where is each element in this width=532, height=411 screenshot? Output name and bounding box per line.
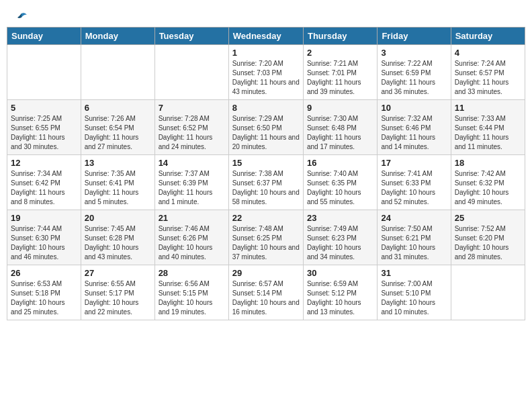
day-info: Sunrise: 7:32 AM Sunset: 6:46 PM Dayligh… — [381, 114, 447, 152]
calendar-day-cell: 10Sunrise: 7:32 AM Sunset: 6:46 PM Dayli… — [378, 100, 451, 155]
day-number: 10 — [381, 103, 447, 113]
calendar-day-cell: 20Sunrise: 7:45 AM Sunset: 6:28 PM Dayli… — [81, 210, 154, 265]
weekday-header-wednesday: Wednesday — [228, 28, 303, 45]
day-info: Sunrise: 7:41 AM Sunset: 6:33 PM Dayligh… — [381, 169, 447, 207]
day-info: Sunrise: 7:50 AM Sunset: 6:21 PM Dayligh… — [381, 224, 447, 262]
day-number: 9 — [307, 103, 373, 113]
calendar-day-cell: 29Sunrise: 6:57 AM Sunset: 5:14 PM Dayli… — [228, 265, 303, 320]
page-header — [7, 7, 525, 23]
calendar-day-cell: 12Sunrise: 7:34 AM Sunset: 6:42 PM Dayli… — [7, 155, 81, 210]
day-number: 14 — [159, 158, 225, 168]
weekday-header-thursday: Thursday — [303, 28, 377, 45]
day-number: 5 — [11, 103, 77, 113]
day-info: Sunrise: 7:38 AM Sunset: 6:37 PM Dayligh… — [232, 169, 300, 207]
day-number: 17 — [381, 158, 447, 168]
day-number: 8 — [232, 103, 300, 113]
weekday-header-tuesday: Tuesday — [154, 28, 228, 45]
calendar-day-cell: 5Sunrise: 7:25 AM Sunset: 6:55 PM Daylig… — [7, 100, 81, 155]
day-number: 27 — [85, 268, 151, 278]
calendar-day-cell: 16Sunrise: 7:40 AM Sunset: 6:35 PM Dayli… — [303, 155, 377, 210]
day-number: 6 — [85, 103, 151, 113]
day-info: Sunrise: 7:44 AM Sunset: 6:30 PM Dayligh… — [11, 224, 77, 262]
calendar-empty-cell — [154, 45, 228, 100]
calendar-week-row: 26Sunrise: 6:53 AM Sunset: 5:18 PM Dayli… — [7, 265, 525, 320]
day-number: 16 — [307, 158, 373, 168]
day-number: 1 — [232, 48, 300, 58]
day-info: Sunrise: 7:28 AM Sunset: 6:52 PM Dayligh… — [159, 114, 225, 152]
day-info: Sunrise: 7:52 AM Sunset: 6:20 PM Dayligh… — [455, 224, 521, 262]
calendar-table: SundayMondayTuesdayWednesdayThursdayFrid… — [7, 27, 525, 320]
day-info: Sunrise: 7:26 AM Sunset: 6:54 PM Dayligh… — [85, 114, 151, 152]
calendar-empty-cell — [81, 45, 154, 100]
weekday-header-friday: Friday — [378, 28, 451, 45]
calendar-day-cell: 13Sunrise: 7:35 AM Sunset: 6:41 PM Dayli… — [81, 155, 154, 210]
calendar-empty-cell — [451, 265, 525, 320]
day-number: 23 — [307, 213, 373, 223]
day-info: Sunrise: 7:48 AM Sunset: 6:25 PM Dayligh… — [232, 224, 300, 262]
day-info: Sunrise: 7:34 AM Sunset: 6:42 PM Dayligh… — [11, 169, 77, 207]
day-number: 19 — [11, 213, 77, 223]
calendar-day-cell: 25Sunrise: 7:52 AM Sunset: 6:20 PM Dayli… — [451, 210, 525, 265]
day-number: 26 — [11, 268, 77, 278]
day-info: Sunrise: 7:35 AM Sunset: 6:41 PM Dayligh… — [85, 169, 151, 207]
day-number: 7 — [159, 103, 225, 113]
calendar-day-cell: 28Sunrise: 6:56 AM Sunset: 5:15 PM Dayli… — [154, 265, 228, 320]
calendar-day-cell: 9Sunrise: 7:30 AM Sunset: 6:48 PM Daylig… — [303, 100, 377, 155]
logo-bird-icon — [15, 12, 28, 23]
day-info: Sunrise: 7:30 AM Sunset: 6:48 PM Dayligh… — [307, 114, 373, 152]
day-info: Sunrise: 7:37 AM Sunset: 6:39 PM Dayligh… — [159, 169, 225, 207]
day-number: 22 — [232, 213, 300, 223]
calendar-day-cell: 2Sunrise: 7:21 AM Sunset: 7:01 PM Daylig… — [303, 45, 377, 100]
calendar-day-cell: 11Sunrise: 7:33 AM Sunset: 6:44 PM Dayli… — [451, 100, 525, 155]
calendar-day-cell: 18Sunrise: 7:42 AM Sunset: 6:32 PM Dayli… — [451, 155, 525, 210]
day-info: Sunrise: 6:57 AM Sunset: 5:14 PM Dayligh… — [232, 279, 300, 317]
day-info: Sunrise: 7:24 AM Sunset: 6:57 PM Dayligh… — [455, 59, 521, 97]
day-info: Sunrise: 7:49 AM Sunset: 6:23 PM Dayligh… — [307, 224, 373, 262]
calendar-empty-cell — [7, 45, 81, 100]
calendar-day-cell: 23Sunrise: 7:49 AM Sunset: 6:23 PM Dayli… — [303, 210, 377, 265]
day-info: Sunrise: 7:46 AM Sunset: 6:26 PM Dayligh… — [159, 224, 225, 262]
day-info: Sunrise: 7:20 AM Sunset: 7:03 PM Dayligh… — [232, 59, 300, 97]
day-number: 15 — [232, 158, 300, 168]
calendar-day-cell: 15Sunrise: 7:38 AM Sunset: 6:37 PM Dayli… — [228, 155, 303, 210]
day-number: 25 — [455, 213, 521, 223]
day-number: 28 — [159, 268, 225, 278]
calendar-week-row: 12Sunrise: 7:34 AM Sunset: 6:42 PM Dayli… — [7, 155, 525, 210]
calendar-day-cell: 14Sunrise: 7:37 AM Sunset: 6:39 PM Dayli… — [154, 155, 228, 210]
calendar-day-cell: 27Sunrise: 6:55 AM Sunset: 5:17 PM Dayli… — [81, 265, 154, 320]
day-number: 3 — [381, 48, 447, 58]
day-number: 29 — [232, 268, 300, 278]
day-number: 11 — [455, 103, 521, 113]
calendar-week-row: 5Sunrise: 7:25 AM Sunset: 6:55 PM Daylig… — [7, 100, 525, 155]
day-number: 4 — [455, 48, 521, 58]
calendar-day-cell: 31Sunrise: 7:00 AM Sunset: 5:10 PM Dayli… — [378, 265, 451, 320]
day-info: Sunrise: 7:22 AM Sunset: 6:59 PM Dayligh… — [381, 59, 447, 97]
weekday-header-saturday: Saturday — [451, 28, 525, 45]
calendar-day-cell: 26Sunrise: 6:53 AM Sunset: 5:18 PM Dayli… — [7, 265, 81, 320]
day-number: 13 — [85, 158, 151, 168]
day-number: 2 — [307, 48, 373, 58]
day-info: Sunrise: 6:56 AM Sunset: 5:15 PM Dayligh… — [159, 279, 225, 317]
calendar-day-cell: 19Sunrise: 7:44 AM Sunset: 6:30 PM Dayli… — [7, 210, 81, 265]
calendar-header-row: SundayMondayTuesdayWednesdayThursdayFrid… — [7, 28, 525, 45]
day-info: Sunrise: 7:33 AM Sunset: 6:44 PM Dayligh… — [455, 114, 521, 152]
logo — [13, 12, 28, 20]
calendar-day-cell: 1Sunrise: 7:20 AM Sunset: 7:03 PM Daylig… — [228, 45, 303, 100]
calendar-day-cell: 8Sunrise: 7:29 AM Sunset: 6:50 PM Daylig… — [228, 100, 303, 155]
day-info: Sunrise: 6:59 AM Sunset: 5:12 PM Dayligh… — [307, 279, 373, 317]
day-number: 24 — [381, 213, 447, 223]
calendar-day-cell: 4Sunrise: 7:24 AM Sunset: 6:57 PM Daylig… — [451, 45, 525, 100]
calendar-day-cell: 24Sunrise: 7:50 AM Sunset: 6:21 PM Dayli… — [378, 210, 451, 265]
calendar-day-cell: 22Sunrise: 7:48 AM Sunset: 6:25 PM Dayli… — [228, 210, 303, 265]
weekday-header-monday: Monday — [81, 28, 154, 45]
day-info: Sunrise: 7:40 AM Sunset: 6:35 PM Dayligh… — [307, 169, 373, 207]
calendar-day-cell: 7Sunrise: 7:28 AM Sunset: 6:52 PM Daylig… — [154, 100, 228, 155]
day-info: Sunrise: 7:00 AM Sunset: 5:10 PM Dayligh… — [381, 279, 447, 317]
calendar-day-cell: 3Sunrise: 7:22 AM Sunset: 6:59 PM Daylig… — [378, 45, 451, 100]
day-info: Sunrise: 7:21 AM Sunset: 7:01 PM Dayligh… — [307, 59, 373, 97]
calendar-day-cell: 6Sunrise: 7:26 AM Sunset: 6:54 PM Daylig… — [81, 100, 154, 155]
day-number: 31 — [381, 268, 447, 278]
weekday-header-sunday: Sunday — [7, 28, 81, 45]
day-number: 18 — [455, 158, 521, 168]
calendar-week-row: 19Sunrise: 7:44 AM Sunset: 6:30 PM Dayli… — [7, 210, 525, 265]
